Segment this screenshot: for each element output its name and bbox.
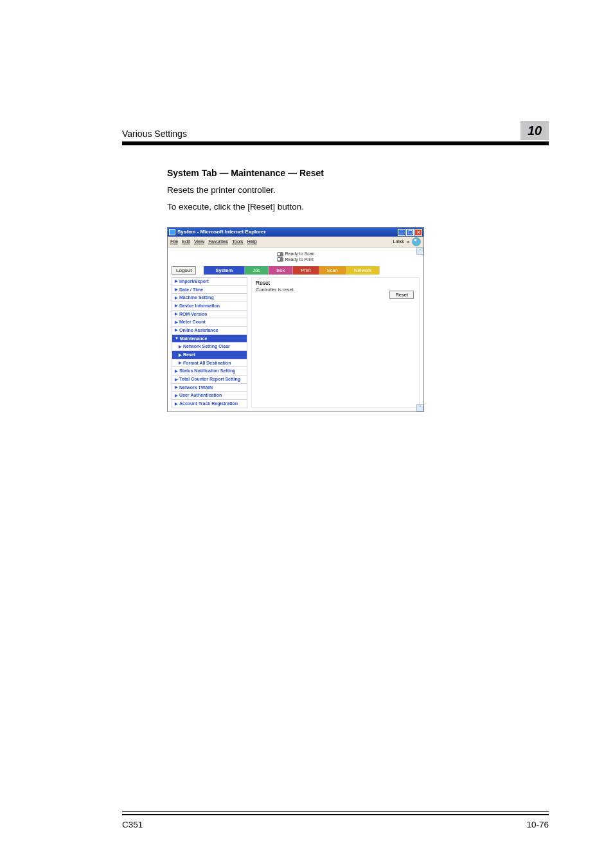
sidebar-item-machine-setting[interactable]: ▶Machine Setting: [172, 293, 247, 302]
triangle-icon: ▶: [175, 377, 178, 382]
chapter-number-badge: 10: [520, 121, 549, 140]
sidebar-sub-reset[interactable]: ▶Reset: [172, 350, 247, 359]
triangle-icon: ▶: [175, 393, 178, 398]
sidebar-item-rom-version[interactable]: ▶ROM Version: [172, 310, 247, 319]
triangle-down-icon: ▼: [175, 336, 179, 341]
triangle-icon: ▶: [175, 296, 178, 300]
triangle-icon: ▶: [175, 312, 178, 316]
triangle-icon: ▶: [175, 303, 178, 308]
triangle-icon: ▶: [175, 287, 178, 292]
links-label[interactable]: Links: [393, 239, 405, 244]
sidebar-item-account-track-registration[interactable]: ▶Account Track Registration: [172, 399, 247, 408]
panel-heading: Reset: [256, 280, 415, 286]
sidebar-item-user-authentication[interactable]: ▶User Authentication: [172, 391, 247, 400]
tab-network[interactable]: Network: [346, 266, 380, 275]
running-title: Various Settings: [122, 129, 549, 141]
tab-scan[interactable]: Scan: [319, 266, 346, 275]
header-rule: [122, 141, 549, 145]
footer-model: C351: [122, 820, 143, 829]
sidebar-item-total-counter-report[interactable]: ▶Total Counter Report Setting: [172, 375, 247, 384]
scanner-icon: [277, 252, 283, 257]
page-header: Various Settings 10: [122, 129, 549, 145]
triangle-icon: ▶: [179, 345, 182, 349]
print-status-text: Ready to Print: [285, 257, 314, 262]
menu-tools[interactable]: Tools: [232, 239, 244, 244]
section-paragraph-2: To execute, click the [Reset] button.: [167, 201, 549, 213]
window-titlebar: System - Microsoft Internet Explorer – ❐…: [168, 228, 423, 237]
sidebar-item-meter-count[interactable]: ▶Meter Count: [172, 318, 247, 327]
triangle-icon: ▶: [175, 279, 178, 284]
scan-status-text: Ready to Scan: [285, 251, 315, 257]
section-paragraph-1: Resets the printer controller.: [167, 185, 549, 196]
page-footer: C351 10-76: [122, 811, 549, 829]
document-page: Various Settings 10 System Tab — Mainten…: [0, 0, 613, 868]
throbber-icon: [412, 237, 421, 246]
printer-icon: [277, 257, 283, 262]
browser-menubar: File Edit View Favorites Tools Help Link…: [168, 237, 423, 248]
sidebar-item-device-information[interactable]: ▶Device Information: [172, 302, 247, 311]
window-title: System - Microsoft Internet Explorer: [177, 230, 266, 235]
sidebar-item-maintenance[interactable]: ▼Maintenance: [172, 334, 247, 343]
triangle-icon: ▶: [179, 353, 182, 357]
ie-icon: [169, 229, 175, 235]
section-title: System Tab — Maintenance — Reset: [167, 168, 549, 178]
minimize-button[interactable]: –: [398, 229, 405, 236]
triangle-icon: ▶: [175, 369, 178, 374]
content-row: ▶Import/Export ▶Date / Time ▶Machine Set…: [168, 277, 423, 411]
sidebar-item-network-twain[interactable]: ▶Network TWAIN: [172, 383, 247, 392]
tab-job[interactable]: Job: [245, 266, 269, 275]
sidebar-item-import-export[interactable]: ▶Import/Export: [172, 277, 247, 286]
tab-bar: Logout System Job Box Print Scan Network: [168, 265, 423, 277]
tab-box[interactable]: Box: [269, 266, 293, 275]
sidebar-item-online-assistance[interactable]: ▶Online Assistance: [172, 326, 247, 335]
browser-window: System - Microsoft Internet Explorer – ❐…: [167, 227, 424, 411]
triangle-icon: ▶: [179, 361, 182, 365]
device-status-area: Ready to Scan Ready to Print: [168, 248, 423, 264]
scroll-down-button[interactable]: ˅: [416, 404, 423, 411]
main-panel: Reset Controller is reset. Reset: [251, 277, 420, 408]
menu-edit[interactable]: Edit: [182, 239, 190, 244]
triangle-icon: ▶: [175, 402, 178, 406]
sidebar-item-status-notification[interactable]: ▶Status Notification Setting: [172, 366, 247, 375]
sidebar-item-date-time[interactable]: ▶Date / Time: [172, 285, 247, 294]
menu-view[interactable]: View: [194, 239, 204, 244]
menu-file[interactable]: File: [170, 239, 178, 244]
close-button[interactable]: ✕: [414, 229, 422, 236]
maximize-button[interactable]: ❐: [406, 229, 414, 236]
links-chevron-icon[interactable]: »: [407, 240, 409, 245]
triangle-icon: ▶: [175, 328, 178, 332]
sidebar: ▶Import/Export ▶Date / Time ▶Machine Set…: [172, 277, 247, 408]
reset-button[interactable]: Reset: [389, 291, 414, 299]
triangle-icon: ▶: [175, 320, 178, 325]
tab-system[interactable]: System: [204, 266, 245, 275]
footer-rule: [122, 811, 549, 815]
tab-print[interactable]: Print: [293, 266, 319, 275]
footer-page-number: 10-76: [526, 820, 549, 829]
logout-button[interactable]: Logout: [172, 266, 196, 275]
menu-favorites[interactable]: Favorites: [208, 239, 228, 244]
sidebar-sub-network-setting-clear[interactable]: ▶Network Setting Clear: [172, 342, 247, 351]
menu-help[interactable]: Help: [247, 239, 257, 244]
sidebar-sub-format-all-destination[interactable]: ▶Format All Destination: [172, 359, 247, 368]
browser-body: ˄ Ready to Scan Ready to Print Logout: [168, 248, 423, 411]
triangle-icon: ▶: [175, 385, 178, 390]
